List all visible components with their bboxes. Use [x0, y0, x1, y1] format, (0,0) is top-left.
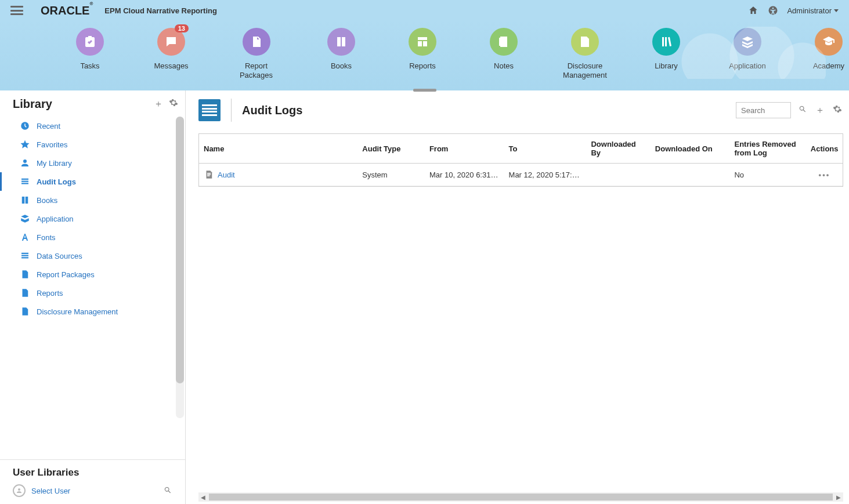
nav-cards: Tasks13MessagesReport PackagesBooksRepor… — [0, 21, 849, 90]
add-icon[interactable]: ＋ — [154, 98, 163, 110]
reports-icon — [19, 287, 31, 299]
sidebar-item-label: Disclosure Management — [37, 307, 118, 316]
audit-logs-icon — [19, 176, 31, 187]
sidebar-item-my-library[interactable]: My Library — [0, 154, 185, 172]
add-icon[interactable]: ＋ — [814, 104, 826, 117]
sidebar-item-label: Recent — [37, 122, 60, 130]
svg-point-1 — [772, 8, 774, 9]
sidebar-item-books[interactable]: Books — [0, 191, 185, 209]
nav-library[interactable]: Library — [646, 28, 687, 71]
sidebar-scrollbar[interactable] — [176, 117, 184, 418]
cell-audit_type: System — [357, 164, 425, 186]
search-input[interactable] — [736, 102, 791, 118]
sidebar: Library ＋ RecentFavoritesMy LibraryAudit… — [0, 90, 186, 504]
disclosure-management-icon — [19, 306, 31, 317]
page-title: Audit Logs — [231, 99, 302, 122]
select-user-label: Select User — [31, 487, 70, 495]
search-icon[interactable] — [163, 485, 172, 496]
select-user[interactable]: Select User — [13, 484, 172, 497]
sidebar-item-fonts[interactable]: Fonts — [0, 228, 185, 246]
sidebar-item-label: Favorites — [37, 140, 67, 149]
chevron-down-icon — [834, 9, 839, 12]
sidebar-list: RecentFavoritesMy LibraryAudit LogsBooks… — [0, 114, 185, 422]
sidebar-item-report-packages[interactable]: Report Packages — [0, 265, 185, 284]
user-menu[interactable]: Administrator — [787, 6, 839, 15]
sidebar-item-label: Audit Logs — [37, 177, 76, 186]
sidebar-item-label: Fonts — [37, 233, 56, 242]
nav-notes[interactable]: Notes — [483, 28, 524, 71]
user-libraries-title: User Libraries — [13, 467, 172, 478]
application-icon — [734, 28, 761, 56]
disclosure-management-icon — [571, 28, 599, 56]
fonts-icon — [19, 231, 31, 243]
product-name: EPM Cloud Narrative Reporting — [104, 6, 217, 15]
nav-label: Books — [331, 61, 352, 71]
row-name-link[interactable]: Audit — [204, 169, 353, 180]
search-icon[interactable] — [797, 104, 808, 116]
nav-application[interactable]: Application — [727, 28, 768, 71]
recent-icon — [19, 120, 31, 132]
reports-icon — [409, 28, 436, 56]
sidebar-item-data-sources[interactable]: Data Sources — [0, 246, 185, 265]
sidebar-item-reports[interactable]: Reports — [0, 284, 185, 302]
my-library-icon — [19, 157, 31, 169]
sidebar-item-label: My Library — [37, 159, 72, 168]
nav-label: Reports — [409, 61, 436, 71]
horizontal-scrollbar[interactable]: ◀▶ — [198, 492, 843, 502]
cell-from: Mar 10, 2020 6:31:3… — [425, 164, 504, 186]
column-header[interactable]: Downloaded On — [651, 134, 730, 164]
sidebar-title: Library — [13, 97, 52, 111]
nav-report-packages[interactable]: Report Packages — [232, 28, 280, 79]
nav-academy[interactable]: Academy — [808, 28, 849, 71]
sidebar-item-label: Reports — [37, 289, 63, 298]
sidebar-item-favorites[interactable]: Favorites — [0, 135, 185, 154]
books-icon — [327, 28, 355, 56]
nav-tasks[interactable]: Tasks — [70, 28, 110, 71]
sidebar-item-audit-logs[interactable]: Audit Logs — [0, 172, 185, 191]
column-header[interactable]: Actions — [806, 134, 843, 164]
main-content: Audit Logs ＋ NameAudit TypeFromToDownloa… — [186, 90, 849, 504]
nav-label: Messages — [154, 61, 188, 71]
application-icon — [19, 213, 31, 224]
nav-label: Application — [729, 61, 766, 71]
accessibility-icon[interactable] — [767, 5, 779, 16]
sidebar-item-application[interactable]: Application — [0, 209, 185, 228]
favorites-icon — [19, 139, 31, 150]
sidebar-item-disclosure-management[interactable]: Disclosure Management — [0, 302, 185, 321]
sidebar-item-label: Data Sources — [37, 252, 82, 260]
row-actions-icon[interactable]: ••• — [806, 164, 843, 186]
brand-bar: ORACLE® EPM Cloud Narrative Reporting Ad… — [0, 0, 849, 21]
gear-icon[interactable] — [832, 104, 843, 116]
column-header[interactable]: Name — [199, 134, 357, 164]
nav-label: Notes — [494, 61, 514, 71]
nav-label: Tasks — [80, 61, 99, 71]
audit-file-icon — [204, 169, 214, 180]
nav-label: Library — [655, 61, 678, 71]
nav-label: Report Packages — [232, 61, 280, 79]
nav-reports[interactable]: Reports — [402, 28, 443, 71]
column-header[interactable]: Entries Removed from Log — [729, 134, 805, 164]
nav-messages[interactable]: 13Messages — [151, 28, 192, 71]
cell-downloaded_by — [586, 164, 650, 186]
column-header[interactable]: Audit Type — [357, 134, 425, 164]
gear-icon[interactable] — [169, 98, 178, 110]
column-header[interactable]: To — [504, 134, 587, 164]
notes-icon — [490, 28, 518, 56]
sidebar-item-label: Report Packages — [37, 270, 95, 279]
report-packages-icon — [243, 28, 270, 56]
nav-books[interactable]: Books — [321, 28, 362, 71]
list-view-icon — [198, 99, 221, 121]
column-header[interactable]: From — [425, 134, 504, 164]
cell-downloaded_on — [651, 164, 730, 186]
nav-disclosure-management[interactable]: DisclosureManagement — [565, 28, 605, 79]
library-icon — [652, 28, 680, 56]
nav-label: DisclosureManagement — [563, 61, 607, 79]
oracle-logo: ORACLE® — [41, 4, 93, 17]
table-row[interactable]: AuditSystemMar 10, 2020 6:31:3…Mar 12, 2… — [199, 164, 843, 186]
hamburger-menu-icon[interactable] — [10, 6, 23, 15]
tasks-icon — [76, 28, 104, 56]
column-header[interactable]: Downloaded By — [586, 134, 650, 164]
cell-entries_removed: No — [729, 164, 805, 186]
sidebar-item-recent[interactable]: Recent — [0, 117, 185, 135]
home-icon[interactable] — [747, 5, 759, 16]
